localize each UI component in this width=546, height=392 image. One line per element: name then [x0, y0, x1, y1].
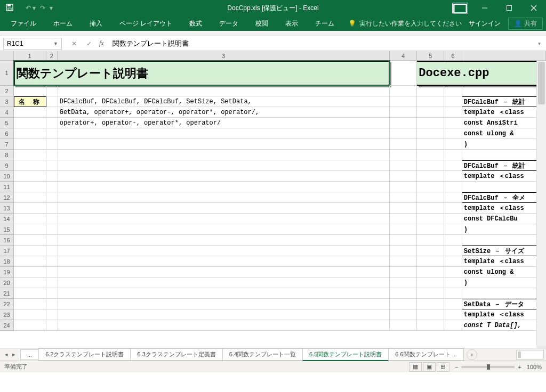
cell[interactable]: [58, 277, 390, 288]
row-header[interactable]: 20: [0, 277, 13, 288]
row-header[interactable]: 4: [0, 107, 13, 118]
cell[interactable]: [46, 128, 58, 139]
row-header[interactable]: 1: [0, 61, 13, 86]
cell[interactable]: [417, 299, 444, 309]
cell[interactable]: [390, 86, 417, 96]
cell[interactable]: [390, 160, 417, 171]
cell[interactable]: [444, 182, 462, 192]
sheet-tab-more[interactable]: ...: [20, 349, 39, 360]
share-button[interactable]: 👤 共有: [508, 18, 543, 30]
cell[interactable]: [417, 171, 444, 182]
cell[interactable]: const DFCalcBu: [462, 214, 546, 224]
cell[interactable]: [444, 118, 462, 128]
col-header[interactable]: 6: [444, 51, 462, 60]
cell[interactable]: [58, 150, 390, 160]
cell[interactable]: [444, 171, 462, 182]
cell[interactable]: [390, 139, 417, 150]
cell[interactable]: [390, 150, 417, 160]
cell[interactable]: [390, 214, 417, 224]
cell[interactable]: [444, 128, 462, 139]
cell[interactable]: template ＜class: [462, 203, 546, 214]
cell[interactable]: [58, 203, 390, 214]
tell-me-search[interactable]: 💡 実行したい作業を入力してください: [348, 19, 462, 28]
cell[interactable]: [417, 182, 444, 192]
cell[interactable]: [58, 171, 390, 182]
cell[interactable]: [46, 299, 58, 309]
cell[interactable]: [390, 246, 417, 256]
cell[interactable]: [14, 246, 46, 256]
cell[interactable]: [46, 224, 58, 235]
name-box[interactable]: R1C1 ▼: [3, 38, 62, 50]
sheet-tab[interactable]: 6.3クラステンプレート定義書: [130, 348, 222, 361]
cell[interactable]: [46, 320, 58, 331]
cell[interactable]: [14, 256, 46, 267]
cell[interactable]: [444, 267, 462, 277]
cell[interactable]: [46, 214, 58, 224]
cell[interactable]: template ＜class: [462, 107, 546, 118]
title-cell-left[interactable]: 関数テンプレート説明書: [14, 61, 390, 86]
row-header[interactable]: 6: [0, 128, 13, 139]
cell[interactable]: [46, 171, 58, 182]
cell[interactable]: [417, 86, 444, 96]
cell[interactable]: [444, 86, 462, 96]
cell[interactable]: [444, 309, 462, 320]
select-all-corner[interactable]: [0, 51, 14, 60]
zoom-track[interactable]: [461, 366, 515, 368]
cell[interactable]: DFCalcBuf, DFCalcBuf, DFCalcBuf, SetSize…: [58, 96, 390, 107]
cell[interactable]: [417, 320, 444, 331]
cell[interactable]: [390, 224, 417, 235]
cell[interactable]: [46, 107, 58, 118]
cell[interactable]: [444, 277, 462, 288]
cell[interactable]: [58, 214, 390, 224]
row-header[interactable]: 17: [0, 246, 13, 256]
tab-nav-prev-icon[interactable]: ▸: [11, 351, 17, 358]
tab-team[interactable]: チーム: [308, 16, 342, 31]
cell[interactable]: [462, 150, 546, 160]
row-header[interactable]: 15: [0, 224, 13, 235]
cell[interactable]: const T Data[],: [462, 320, 546, 331]
cell[interactable]: [58, 182, 390, 192]
horizontal-scrollbar[interactable]: [516, 350, 544, 360]
cell[interactable]: [46, 96, 58, 107]
row-header[interactable]: 24: [0, 320, 13, 331]
cell[interactable]: [58, 246, 390, 256]
cell[interactable]: template ＜class: [462, 309, 546, 320]
label-name-cell[interactable]: 名 称: [14, 96, 46, 107]
row-header[interactable]: 7: [0, 139, 13, 150]
zoom-value[interactable]: 100%: [527, 364, 542, 370]
cell[interactable]: [58, 128, 390, 139]
cell[interactable]: [46, 150, 58, 160]
fx-icon[interactable]: fx: [99, 39, 104, 47]
cell[interactable]: [417, 128, 444, 139]
col-header[interactable]: 2: [46, 51, 58, 60]
cell[interactable]: [46, 309, 58, 320]
col-header[interactable]: [462, 51, 546, 60]
cell[interactable]: [14, 299, 46, 309]
maximize-button[interactable]: [497, 0, 521, 16]
cell[interactable]: [417, 160, 444, 171]
zoom-in-icon[interactable]: +: [518, 364, 521, 370]
col-header[interactable]: 3: [58, 51, 390, 60]
redo-icon[interactable]: ↷: [40, 4, 45, 12]
cell[interactable]: [417, 224, 444, 235]
cell[interactable]: template ＜class: [462, 256, 546, 267]
cell[interactable]: [46, 182, 58, 192]
cell[interactable]: [417, 96, 444, 107]
cell[interactable]: [14, 128, 46, 139]
cell[interactable]: [58, 320, 390, 331]
close-button[interactable]: [521, 0, 546, 16]
row-header[interactable]: 22: [0, 299, 13, 309]
row-header[interactable]: 9: [0, 160, 13, 171]
sheet-tab[interactable]: 6.2クラステンプレート説明書: [38, 348, 131, 361]
cell[interactable]: [390, 299, 417, 309]
cell[interactable]: GetData, operator+, operator-, operator*…: [58, 107, 390, 118]
cell[interactable]: [46, 139, 58, 150]
sheet-tab[interactable]: 6.4関数テンプレート一覧: [222, 348, 303, 361]
cell[interactable]: DFCalcBuf － 統計: [462, 160, 546, 171]
cell[interactable]: [417, 246, 444, 256]
row-header[interactable]: 5: [0, 118, 13, 128]
cell[interactable]: [58, 288, 390, 299]
tab-data[interactable]: データ: [212, 16, 246, 31]
col-header[interactable]: 5: [417, 51, 444, 60]
cell[interactable]: [390, 128, 417, 139]
